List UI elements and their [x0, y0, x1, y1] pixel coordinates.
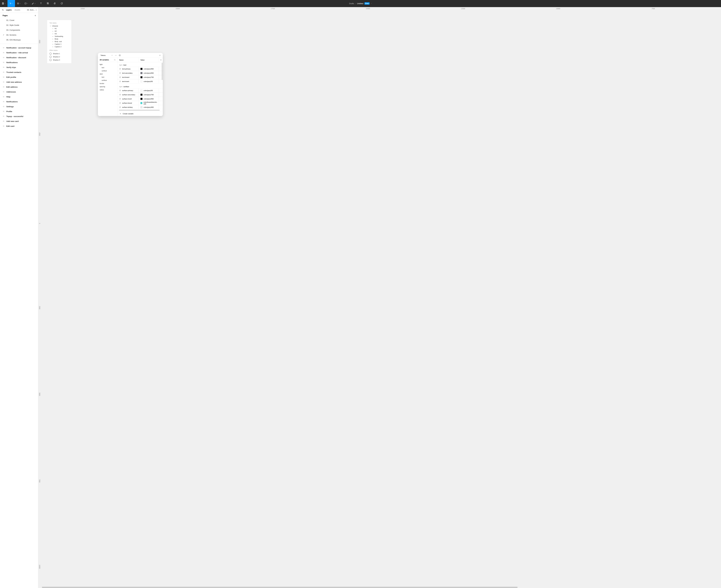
variable-row[interactable]: surface-brandcolor/brand/electric-100: [118, 101, 163, 105]
layer-item[interactable]: Notifications: [0, 60, 38, 65]
page-item[interactable]: 05. IOS Mockups: [0, 37, 38, 42]
variable-group-node[interactable]: radius: [98, 88, 117, 91]
hand-tool-button[interactable]: [52, 0, 58, 7]
layer-item[interactable]: Notifications: [0, 99, 38, 104]
frame-icon: [3, 86, 5, 88]
text-style-item[interactable]: ▸Body: [47, 38, 71, 40]
frame-icon: [3, 101, 5, 103]
variable-group-node[interactable]: surface: [98, 79, 117, 82]
layer-item[interactable]: Profile: [0, 109, 38, 114]
text-style-item[interactable]: ▸H2: [47, 30, 71, 33]
layer-item[interactable]: Notification - account topup: [0, 45, 38, 50]
layer-item[interactable]: Verify trips: [0, 65, 38, 70]
layer-item[interactable]: Trusted contacts: [0, 70, 38, 75]
text-style-item[interactable]: ▸H3: [47, 33, 71, 35]
variable-row[interactable]: surface-tertiarycolor/grey/400: [118, 105, 163, 109]
variable-row[interactable]: text-primarycolor/grey/900: [118, 67, 163, 71]
frame-icon: [3, 110, 5, 112]
frame-icon: [3, 66, 5, 68]
variables-panel: Tokens: [98, 53, 163, 116]
layer-item[interactable]: Notification - discount: [0, 55, 38, 60]
page-item[interactable]: 03. Components: [0, 27, 38, 33]
variable-group-node[interactable]: dark: [98, 72, 117, 76]
main-menu-button[interactable]: [0, 0, 7, 7]
text-style-item[interactable]: ▸Caption 2: [47, 45, 71, 48]
layer-item[interactable]: Edit profile: [0, 75, 38, 80]
color-variable-icon: [119, 106, 121, 108]
ruler-tick: 10000: [39, 565, 40, 569]
frame-icon: [3, 125, 5, 127]
variable-group-node[interactable]: text: [98, 66, 117, 69]
tab-layers[interactable]: Layers: [5, 9, 13, 11]
resources-button[interactable]: [44, 0, 52, 7]
ruler-tick: 0: [39, 223, 40, 224]
shape-tool-button[interactable]: [22, 0, 30, 7]
create-variable-button[interactable]: Create variable: [118, 111, 163, 116]
layer-item[interactable]: Add new address: [0, 80, 38, 84]
text-style-item[interactable]: ▸H1: [47, 27, 71, 30]
layer-item[interactable]: Add new card: [0, 119, 38, 124]
add-page-button[interactable]: [34, 15, 36, 17]
canvas-horizontal-scrollbar[interactable]: [42, 587, 721, 588]
variable-group-node[interactable]: light: [98, 63, 117, 66]
frame-tool-button[interactable]: [15, 0, 22, 7]
effect-style-item[interactable]: Shadow 1: [47, 52, 71, 55]
layer-item[interactable]: Edit card: [0, 124, 38, 129]
page-item[interactable]: 02. Style Guide: [0, 23, 38, 27]
sidebar-toggle-button[interactable]: [118, 54, 121, 57]
collection-dropdown[interactable]: Tokens: [99, 54, 114, 57]
layer-item[interactable]: Help: [0, 94, 38, 99]
color-variable-icon: [119, 98, 121, 100]
layer-item[interactable]: Edit address: [0, 84, 38, 89]
left-panel: Layers Assets 04. Scre... Pages 01. Cove…: [0, 7, 38, 588]
file-title[interactable]: Untitled: [357, 2, 363, 5]
chevron-down-icon[interactable]: [371, 3, 372, 4]
color-swatch: [141, 102, 142, 104]
ruler-tick: -17500: [270, 8, 275, 9]
current-page-dropdown[interactable]: 04. Scre...: [27, 9, 37, 11]
page-item[interactable]: 04. Screens: [0, 33, 38, 37]
variable-group-node[interactable]: text: [98, 76, 117, 79]
page-item[interactable]: 01. Cover: [0, 18, 38, 23]
svg-point-26: [120, 90, 121, 91]
layer-item[interactable]: Addresses: [0, 89, 38, 94]
plan-badge[interactable]: Free: [365, 2, 370, 5]
search-icon[interactable]: [1, 9, 5, 11]
ruler-tick: -20000: [176, 8, 180, 9]
variable-row[interactable]: text-secondarycolor/grey/600: [118, 71, 163, 75]
text-tool-button[interactable]: [38, 0, 44, 7]
effect-style-item[interactable]: Shadow 2: [47, 55, 71, 58]
variable-row[interactable]: surface-primarycolor/grey/50: [118, 88, 163, 92]
variable-group-node[interactable]: spacing: [98, 85, 117, 88]
variable-row[interactable]: surface-invertcolor/grey/900: [118, 97, 163, 101]
pen-tool-button[interactable]: [30, 0, 38, 7]
move-tool-button[interactable]: [7, 0, 15, 7]
variable-group-node[interactable]: surface: [98, 69, 117, 72]
variable-row[interactable]: surface-secondarycolor/grey/700: [118, 92, 163, 97]
close-button[interactable]: [159, 54, 161, 57]
variable-row[interactable]: text-invertcolor/grey/50: [118, 79, 163, 83]
variable-group-node[interactable]: border: [98, 82, 117, 85]
add-mode-button[interactable]: [159, 58, 163, 62]
tab-assets[interactable]: Assets: [13, 9, 22, 11]
text-style-item[interactable]: ▸Caption 1: [47, 43, 71, 45]
comment-tool-button[interactable]: [58, 0, 65, 7]
variables-horizontal-scrollbar[interactable]: [119, 110, 161, 111]
variables-vertical-scrollbar[interactable]: [162, 63, 163, 80]
text-style-item[interactable]: ▸Body -sub: [47, 40, 71, 43]
breadcrumb-drafts[interactable]: Drafts: [349, 2, 354, 5]
column-value: Value: [139, 58, 159, 62]
effect-style-item[interactable]: Shadow 3: [47, 58, 71, 62]
text-style-item[interactable]: ▸Subheading: [47, 35, 71, 38]
svg-point-22: [120, 81, 121, 82]
layer-item[interactable]: Topup - successful: [0, 114, 38, 119]
canvas[interactable]: -22500-20000-17500-15000-12500-10000-750…: [38, 7, 721, 588]
font-group[interactable]: ▾ Urbanist: [47, 25, 71, 27]
layer-item[interactable]: Notification - ride arrival: [0, 50, 38, 55]
collection-more-button[interactable]: [115, 54, 117, 57]
all-variables-label[interactable]: All variables: [100, 59, 109, 61]
variable-row[interactable]: text-brandcolor/grey/700: [118, 75, 163, 79]
frame-icon: [3, 115, 5, 117]
effect-icon: [49, 52, 52, 55]
layer-item[interactable]: Settings: [0, 104, 38, 109]
